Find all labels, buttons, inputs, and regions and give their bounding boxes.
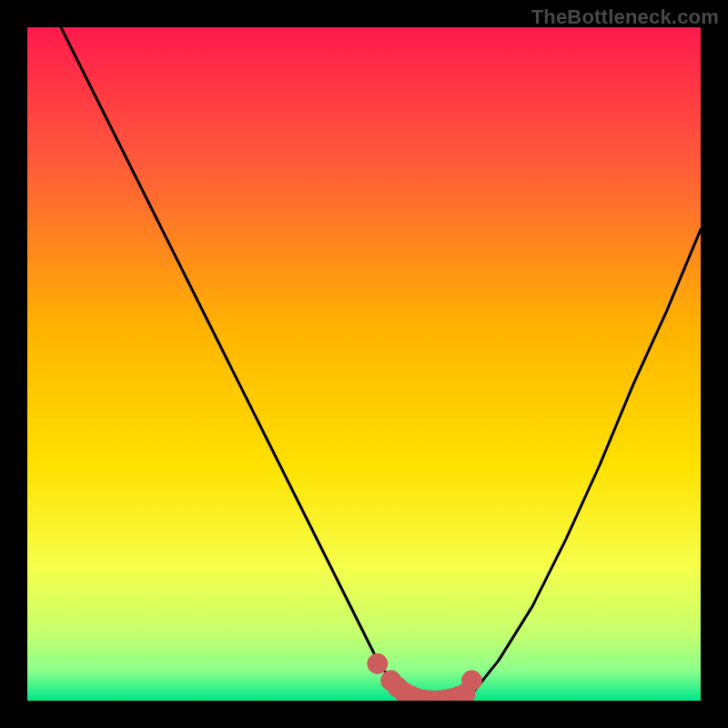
watermark-text: TheBottleneck.com — [531, 5, 719, 29]
optimal-marker — [461, 671, 481, 691]
optimal-marker — [368, 653, 388, 673]
plot-area — [27, 27, 701, 701]
bottleneck-chart — [27, 27, 701, 701]
gradient-background — [27, 27, 701, 701]
chart-frame: TheBottleneck.com — [0, 0, 728, 728]
